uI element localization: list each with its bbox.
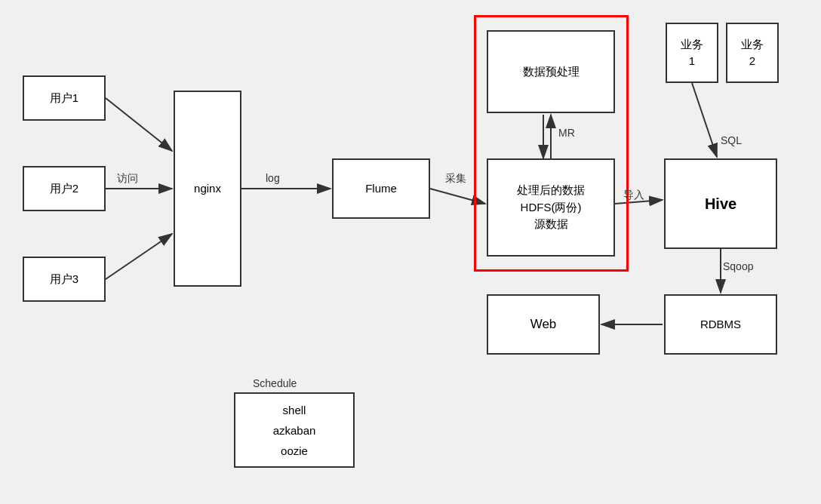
schedule-label-text: Schedule	[253, 377, 297, 389]
business2-box: 业务 2	[726, 23, 779, 83]
user3-label: 用户3	[50, 271, 78, 288]
preprocess-box: 数据预处理	[487, 30, 615, 113]
hdfs-label: 处理后的数据 HDFS(两份) 源数据	[517, 182, 585, 233]
preprocess-label: 数据预处理	[523, 63, 580, 81]
mr-label: MR	[558, 127, 575, 139]
user1-box: 用户1	[23, 75, 106, 121]
diagram-canvas: 用户1 用户2 用户3 nginx Flume 数据预处理 处理后的数据 HDF…	[0, 0, 821, 504]
visit-label: 访问	[117, 172, 138, 186]
import-label: 导入	[623, 189, 644, 202]
business2-label: 业务 2	[741, 36, 764, 70]
business1-label: 业务 1	[681, 36, 703, 70]
rdbms-label: RDBMS	[700, 316, 741, 333]
sqoop-label: Sqoop	[723, 260, 753, 272]
svg-line-4	[106, 234, 172, 279]
nginx-box: nginx	[174, 91, 241, 287]
flume-box: Flume	[332, 158, 430, 219]
user2-box: 用户2	[23, 166, 106, 211]
schedule-box: shell azkaban oozie	[234, 392, 355, 468]
user3-box: 用户3	[23, 257, 106, 302]
hive-box: Hive	[664, 158, 777, 249]
web-box: Web	[487, 294, 600, 355]
schedule-content: shell azkaban oozie	[273, 400, 316, 461]
hive-label: Hive	[705, 192, 736, 215]
web-label: Web	[530, 315, 557, 334]
rdbms-box: RDBMS	[664, 294, 777, 355]
collect-label: 采集	[445, 172, 466, 186]
sql-label: SQL	[721, 134, 742, 146]
hdfs-box: 处理后的数据 HDFS(两份) 源数据	[487, 158, 615, 257]
svg-line-10	[692, 83, 717, 157]
log-label: log	[266, 172, 280, 184]
flume-label: Flume	[365, 180, 397, 198]
user1-label: 用户1	[50, 90, 78, 107]
user2-label: 用户2	[50, 180, 78, 198]
svg-line-2	[106, 98, 172, 151]
business1-box: 业务 1	[666, 23, 718, 83]
nginx-label: nginx	[194, 180, 221, 198]
